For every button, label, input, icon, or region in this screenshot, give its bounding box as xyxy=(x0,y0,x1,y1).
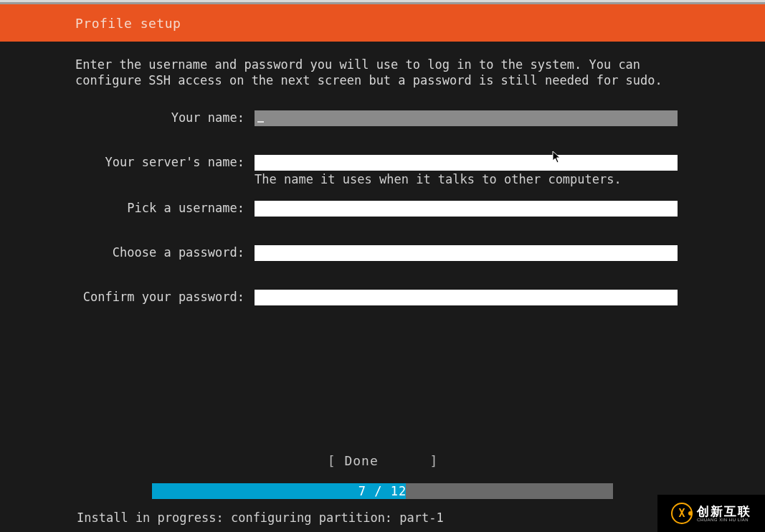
intro-text: Enter the username and password you will… xyxy=(75,57,685,89)
watermark-logo-icon: X xyxy=(671,503,693,524)
label-password: Choose a password: xyxy=(75,245,255,260)
text-cursor-icon xyxy=(257,121,264,123)
window-top-strip xyxy=(0,0,765,4)
input-username[interactable] xyxy=(255,201,678,217)
content-area: Enter the username and password you will… xyxy=(0,42,765,305)
progress-bar: 7 / 12 xyxy=(152,483,613,499)
watermark: X 创新互联 CHUANG XIN HU LIAN xyxy=(657,495,765,532)
watermark-text: 创新互联 xyxy=(697,505,751,518)
label-server-name: Your server's name: xyxy=(75,155,255,169)
progress-text: 7 / 12 xyxy=(152,483,613,499)
header-bar: Profile setup xyxy=(0,4,765,42)
bracket-left-icon: [ xyxy=(328,453,336,468)
input-password[interactable] xyxy=(255,245,678,261)
row-your-name: Your name: xyxy=(75,110,690,126)
done-label: Done xyxy=(344,453,378,468)
done-button[interactable]: [ Done ] xyxy=(0,453,765,468)
bracket-right-icon: ] xyxy=(429,453,437,468)
status-line: Install in progress: configuring partiti… xyxy=(77,510,444,525)
profile-form: Your name: Your server's name: The name … xyxy=(75,110,690,305)
input-confirm-password[interactable] xyxy=(255,290,678,305)
watermark-subtext: CHUANG XIN HU LIAN xyxy=(697,518,751,522)
input-server-name[interactable] xyxy=(255,155,678,171)
label-confirm-password: Confirm your password: xyxy=(75,290,255,304)
row-username: Pick a username: xyxy=(75,201,690,217)
row-confirm-password: Confirm your password: xyxy=(75,290,690,305)
label-your-name: Your name: xyxy=(75,110,255,125)
label-username: Pick a username: xyxy=(75,201,255,215)
input-your-name[interactable] xyxy=(255,110,678,126)
row-password: Choose a password: xyxy=(75,245,690,261)
row-server-name: Your server's name: xyxy=(75,155,690,171)
hint-server-name: The name it uses when it talks to other … xyxy=(255,172,678,186)
row-server-name-hint: The name it uses when it talks to other … xyxy=(75,171,690,186)
page-title: Profile setup xyxy=(75,16,181,31)
